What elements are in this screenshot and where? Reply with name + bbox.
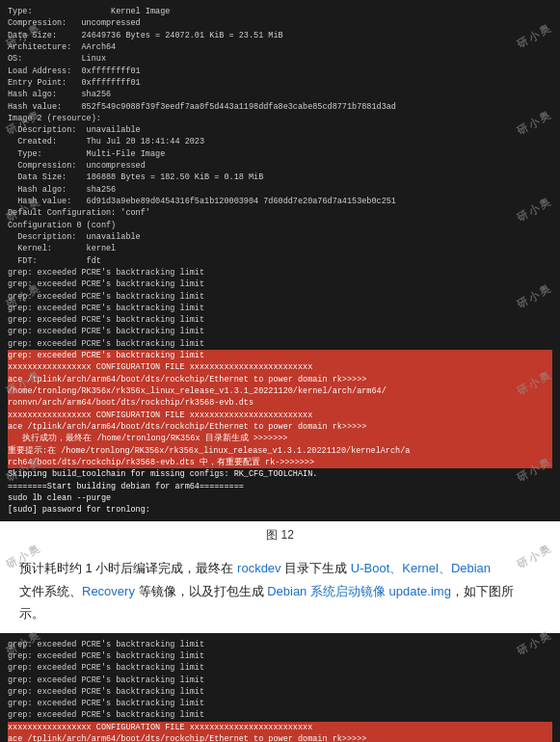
terminal-line: 执行成功，最终在 /home/tronlong/RK356x 目录新生成 >>>… — [8, 433, 552, 444]
terminal-line: Data Size: 186888 Bytes = 182.50 KiB = 0… — [8, 172, 552, 183]
terminal-line: Compression: uncompressed — [8, 17, 552, 29]
terminal-line: Skipping build_toolchain for missing con… — [8, 468, 552, 480]
terminal-line: xxxxxxxxxxxxxxxxx CONFIGURATION FILE xxx… — [8, 361, 552, 373]
terminal-line: xxxxxxxxxxxxxxxxx CONFIGURATION FILE xxx… — [8, 410, 552, 421]
terminal-line: Compression: uncompressed — [8, 160, 552, 172]
terminal-line: Data Size: 24649736 Bytes = 24072.01 KiB… — [8, 30, 552, 41]
terminal-line: 重要提示:在 /home/tronlong/RK356x/rk356x_linu… — [8, 445, 552, 457]
terminal-line: ronnvn/arch/arm64/boot/dts/rockchip/rk35… — [8, 397, 552, 409]
terminal-line: ace /tplink/arch/arm64/boot/dts/rockchip… — [8, 374, 552, 385]
terminal-line: Hash algo: sha256 — [8, 184, 552, 196]
terminal-line: grep: exceeded PCRE's backtracking limit — [8, 709, 552, 721]
terminal-line: grep: exceeded PCRE's backtracking limit — [8, 350, 552, 361]
text-prefix: 预计耗时约 1 小时后编译完成，最终在 — [19, 561, 237, 575]
terminal-line: Architecture: AArch64 — [8, 41, 552, 53]
terminal-line: Type: Kernel Image — [8, 6, 552, 17]
terminal-line: grep: exceeded PCRE's backtracking limit — [8, 675, 552, 686]
terminal-line: Hash value: 6d91d3a9ebe89d0454316f5a1b12… — [8, 196, 552, 207]
terminal-line: rch64/boot/dts/rockchip/rk3568-evb.dts 中… — [8, 457, 552, 468]
terminal-line: ace /tplink/arch/arm64/boot/dts/rockchip… — [8, 421, 552, 433]
terminal-line: grep: exceeded PCRE's backtracking limit — [8, 303, 552, 314]
highlight-rockdev: rockdev — [237, 561, 281, 575]
highlight-components: U-Boot、Kernel、Debian — [351, 561, 491, 575]
page-container: Type: Kernel ImageCompression: uncompres… — [0, 0, 560, 742]
terminal-line: FDT: fdt — [8, 255, 552, 267]
terminal-line: Hash algo: sha256 — [8, 89, 552, 100]
terminal-line: Description: unavailable — [8, 231, 552, 243]
terminal-line: grep: exceeded PCRE's backtracking limit — [8, 291, 552, 303]
terminal-line: Load Address: 0xffffffff01 — [8, 66, 552, 77]
terminal-line: OS: Linux — [8, 53, 552, 65]
text-mid1: 目录下生成 — [281, 561, 351, 575]
text-line2-suffix: ，如下图所 — [451, 584, 514, 598]
terminal-line: grep: exceeded PCRE's backtracking limit — [8, 278, 552, 290]
terminal-line: [sudo] password for tronlong: — [8, 504, 552, 516]
figure12-label: 图 12 — [0, 521, 560, 547]
terminal-line: Created: Thu Jul 20 18:41:44 2023 — [8, 136, 552, 147]
terminal-line: grep: exceeded PCRE's backtracking limit — [8, 662, 552, 674]
terminal-line: Hash value: 852f549c9088f39f3eedf7aa0f5d… — [8, 101, 552, 113]
terminal-line: Default Configuration: 'conf' — [8, 207, 552, 219]
terminal-line: xxxxxxxxxxxxxxxxx CONFIGURATION FILE xxx… — [8, 722, 552, 733]
terminal-line: Entry Point: 0xffffffff01 — [8, 77, 552, 89]
terminal-line: grep: exceeded PCRE's backtracking limit — [8, 267, 552, 278]
highlight-update: Debian 系统启动镜像 update.img — [267, 584, 451, 598]
terminal-line: grep: exceeded PCRE's backtracking limit — [8, 698, 552, 709]
text-section: 预计耗时约 1 小时后编译完成，最终在 rockdev 目录下生成 U-Boot… — [0, 547, 560, 632]
terminal-line: grep: exceeded PCRE's backtracking limit — [8, 326, 552, 337]
terminal-line: Kernel: kernel — [8, 243, 552, 254]
terminal-line: grep: exceeded PCRE's backtracking limit — [8, 338, 552, 350]
terminal-line: grep: exceeded PCRE's backtracking limit — [8, 314, 552, 326]
terminal-line: grep: exceeded PCRE's backtracking limit — [8, 639, 552, 650]
terminal-block-fig12: Type: Kernel ImageCompression: uncompres… — [0, 0, 560, 521]
terminal-line: Description: unavailable — [8, 124, 552, 136]
text-line2-prefix: 文件系统、 — [19, 584, 82, 598]
terminal-line: grep: exceeded PCRE's backtracking limit — [8, 686, 552, 698]
highlight-recovery: Recovery — [82, 584, 135, 598]
terminal-block-fig13: grep: exceeded PCRE's backtracking limit… — [0, 633, 560, 742]
terminal-line: ========Start building debian for arm64=… — [8, 481, 552, 492]
terminal-line: /home/tronlong/RK356x/rk356x_linux_relea… — [8, 385, 552, 397]
terminal-line: Image 2 (resource): — [8, 113, 552, 124]
text-line3: 示。 — [19, 606, 44, 621]
terminal-line: grep: exceeded PCRE's backtracking limit — [8, 650, 552, 662]
text-line2-mid: 等镜像，以及打包生成 — [135, 584, 267, 598]
terminal-line: sudo lb clean --purge — [8, 492, 552, 504]
terminal-line: ace /tplink/arch/arm64/boot/dts/rockchip… — [8, 733, 552, 742]
terminal-line: Type: Multi-File Image — [8, 148, 552, 160]
terminal-line: Configuration 0 (conf) — [8, 220, 552, 231]
